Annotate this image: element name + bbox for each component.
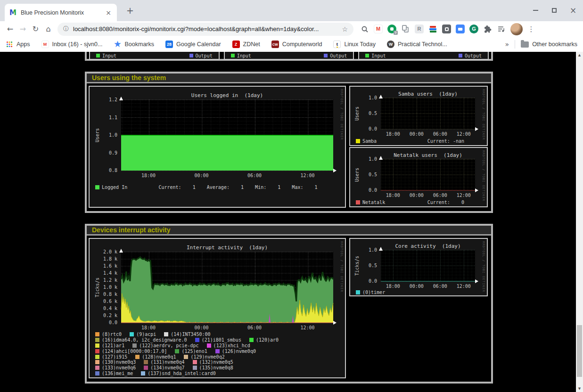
video-camera-extension-icon[interactable] <box>456 24 465 33</box>
y-tick-label: 1.0 <box>350 156 377 162</box>
scrollbar-thumb[interactable] <box>577 325 582 377</box>
legend-row: (133)nvme0q6(134)nvme0q7(135)nvme0q8 <box>95 365 342 371</box>
graph-core[interactable]: RRDTOOL / TOBI OETIKERCore activity (1da… <box>349 238 488 296</box>
legend-swatch <box>175 349 179 353</box>
home-icon[interactable]: ⌂ <box>42 24 55 33</box>
y-tick-label: 1.0 <box>90 132 117 138</box>
graph-legend: (0)timer <box>356 290 484 295</box>
overflow-chevrons-icon[interactable]: » <box>505 41 509 48</box>
legend-item: (126)nvme0q0 <box>215 349 256 354</box>
browser-tab[interactable]: M M Blue Precision Monitorix × <box>5 4 117 21</box>
playlist-extension-icon[interactable] <box>497 24 506 33</box>
legend-label: (16)idma64.0, i2c_designware.0 <box>102 337 187 343</box>
x-tick-label: 18:00 <box>141 173 156 178</box>
url-text[interactable]: localhost:8080/monitorix-cgi/monitorix.c… <box>73 25 342 33</box>
section-header: Users using the system <box>87 74 491 83</box>
y-tick-label: 1.0 <box>350 95 377 100</box>
legend-row: (121)ar1(122)aerdrv, pcie-dpc(123)xhci_h… <box>95 343 342 349</box>
y-tick-label: 1.2 k <box>90 278 117 283</box>
browser-menu-icon[interactable]: ⋮ <box>527 25 535 33</box>
bookmark-google-calendar[interactable]: 28 Google Calendar <box>165 41 221 48</box>
search-extension-icon[interactable] <box>360 24 369 33</box>
tab-close-icon[interactable]: × <box>105 9 112 16</box>
maximize-button[interactable] <box>551 7 558 14</box>
copy-pages-extension-icon[interactable] <box>401 24 410 33</box>
legend-item: (135)nvme0q8 <box>193 365 233 370</box>
legend-label: Netatalk <box>362 200 385 205</box>
legend-swatch <box>459 54 462 57</box>
y-tick-label: 1.6 k <box>90 263 117 269</box>
minimize-button[interactable] <box>532 7 539 14</box>
graph-legend: Logged In Current: 1 Average: 1 Min: 1 M… <box>95 185 342 190</box>
graph-partial[interactable]: InputOutput <box>224 52 354 60</box>
puzzle-extensions-icon[interactable] <box>483 24 492 33</box>
side-column: RRDTOOL / TOBI OETIKERSamba users (1day)… <box>349 86 488 207</box>
window-controls: × <box>532 6 576 15</box>
bookmark-label: Bookmarks <box>125 41 155 48</box>
y-tick-label: 1.1 <box>90 115 117 120</box>
legend-label: (14)INT3450:00 <box>171 332 210 337</box>
graph-netatalk[interactable]: RRDTOOL / TOBI OETIKERNetatalk users (1d… <box>349 147 488 207</box>
graph-users[interactable]: RRDTOOL / TOBI OETIKERUsers logged in (1… <box>89 86 346 208</box>
bookmark-computerworld[interactable]: CW Computerworld <box>271 41 322 48</box>
bookmark-apps[interactable]: Apps <box>6 41 30 48</box>
graph-partial[interactable]: InputOutput <box>358 52 489 60</box>
legend-item: (130)nvme0q3 <box>95 359 136 365</box>
reload-icon[interactable]: ↻ <box>29 24 42 33</box>
legend-label: (130)nvme0q3 <box>102 359 136 365</box>
profile-avatar[interactable] <box>510 23 523 35</box>
x-tick-label: 12:00 <box>457 131 471 137</box>
x-tick-label: 12:00 <box>457 193 471 198</box>
grammarly-extension-icon[interactable]: G <box>469 24 478 33</box>
legend-swatch <box>324 54 328 57</box>
legend-label: (126)nvme0q0 <box>222 349 256 354</box>
gmail-extension-icon[interactable]: M <box>374 24 383 33</box>
scroll-down-icon[interactable]: ▼ <box>576 385 583 392</box>
legend-label: (135)nvme0q8 <box>199 365 233 370</box>
other-bookmarks[interactable]: Other bookmarks <box>521 41 577 48</box>
graph-partial[interactable]: InputOutput <box>89 52 220 60</box>
site-info-icon[interactable]: ⓘ <box>63 25 69 33</box>
address-bar[interactable]: ⓘ localhost:8080/monitorix-cgi/monitorix… <box>57 23 353 36</box>
bookmark-linux-today[interactable]: t Linux Today <box>333 41 376 48</box>
zdnet-icon: Z <box>232 41 240 48</box>
window-close-button[interactable]: × <box>570 7 576 14</box>
legend-label: (129)nvme0q2 <box>190 354 224 359</box>
scroll-up-icon[interactable]: ▲ <box>576 52 583 58</box>
bookmark-zdnet[interactable]: Z ZDNet <box>232 41 260 48</box>
legend-label: (121)ar1 <box>102 343 124 348</box>
legend-label: (124)ahci[0000:00:17.0] <box>102 349 167 354</box>
bookmark-star-icon[interactable]: ☆ <box>342 25 348 33</box>
graph-samba[interactable]: RRDTOOL / TOBI OETIKERSamba users (1day)… <box>349 86 488 146</box>
y-tick-label: 0.4 k <box>90 306 117 311</box>
legend-swatch <box>96 54 100 57</box>
legend-swatch <box>184 355 188 359</box>
bookmark-practical-technology[interactable]: W Practical Technol... <box>387 41 447 48</box>
legend-item: Input <box>231 52 251 59</box>
bookmark-label: Computerworld <box>282 41 322 48</box>
legend-current-value: Current: 0 <box>427 200 464 205</box>
new-tab-button[interactable]: + <box>123 5 137 16</box>
bookmark-inbox[interactable]: M Inbox (16) - sjvn0... <box>41 41 103 48</box>
legend-swatch <box>95 360 99 364</box>
legend-swatch <box>95 332 99 336</box>
books-stack-extension-icon[interactable] <box>428 24 437 33</box>
legend-label: (132)nvme0q5 <box>199 359 233 365</box>
computerworld-icon: CW <box>271 41 279 48</box>
graph-interrupts[interactable]: RRDTOOL / TOBI OETIKERInterrupt activity… <box>89 238 346 378</box>
legend-item: (136)mei_me <box>95 371 133 376</box>
legend-label: Input <box>237 53 251 58</box>
r-extension-icon[interactable]: R <box>415 24 424 33</box>
bookmark-label: Inbox (16) - sjvn0... <box>52 41 103 48</box>
vault-extension-icon[interactable] <box>442 24 451 33</box>
legend-label: (131)nvme0q4 <box>150 359 184 365</box>
forward-icon[interactable]: → <box>16 24 29 33</box>
voice-extension-icon[interactable]: ? <box>387 24 396 33</box>
y-tick-label: 0.9 <box>90 150 117 155</box>
legend-label: (137)snd_hda_intel:card0 <box>148 371 216 376</box>
gmail-icon: M <box>41 41 49 48</box>
bookmark-bookmarks[interactable]: ★ Bookmarks <box>114 41 155 48</box>
vertical-scrollbar[interactable]: ▲ ▼ <box>576 52 583 392</box>
back-icon[interactable]: ← <box>4 24 16 33</box>
legend-row: (136)mei_me(137)snd_hda_intel:card0 <box>95 371 342 376</box>
